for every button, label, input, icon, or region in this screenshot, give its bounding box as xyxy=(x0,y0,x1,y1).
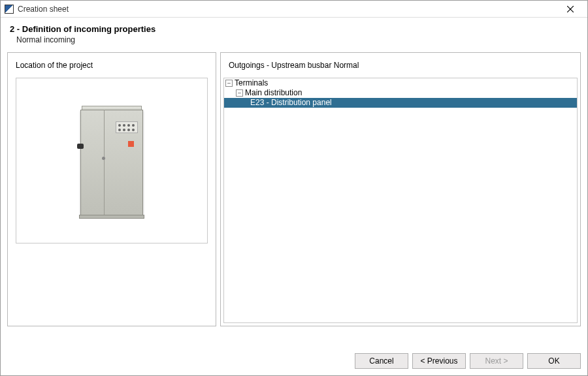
cabinet-illustration xyxy=(80,106,143,215)
close-button[interactable] xyxy=(557,1,583,17)
project-image-box xyxy=(16,78,208,243)
tree-item[interactable]: E23 - Distribution panel xyxy=(224,98,577,108)
next-button: Next > xyxy=(470,353,523,369)
step-title: 2 - Definition of incoming properties xyxy=(10,24,578,34)
close-icon xyxy=(567,6,574,12)
titlebar: Creation sheet xyxy=(1,1,587,18)
outgoings-tree[interactable]: −Terminals−Main distributionE23 - Distri… xyxy=(223,78,578,323)
location-panel: Location of the project xyxy=(7,52,216,326)
previous-button[interactable]: < Previous xyxy=(412,353,466,369)
app-icon xyxy=(5,5,14,14)
cancel-button[interactable]: Cancel xyxy=(355,353,408,369)
content-area: Location of the project Outgoings - Upst… xyxy=(1,52,587,347)
collapse-icon[interactable]: − xyxy=(225,80,233,87)
button-bar: Cancel < Previous Next > OK xyxy=(1,347,587,375)
step-subtitle: Normal incoming xyxy=(10,35,578,44)
tree-item-label: Terminals xyxy=(235,78,268,88)
tree-item-label: Main distribution xyxy=(245,88,302,98)
location-panel-title: Location of the project xyxy=(16,61,208,70)
dialog-window: Creation sheet 2 - Definition of incomin… xyxy=(0,0,588,376)
outgoings-panel-title: Outgoings - Upstream busbar Normal xyxy=(221,61,580,70)
window-title: Creation sheet xyxy=(18,5,557,14)
collapse-icon[interactable]: − xyxy=(236,89,243,97)
outgoings-panel: Outgoings - Upstream busbar Normal −Term… xyxy=(220,52,581,326)
ok-button[interactable]: OK xyxy=(527,353,581,369)
wizard-header: 2 - Definition of incoming properties No… xyxy=(1,18,587,52)
tree-item[interactable]: −Main distribution xyxy=(224,88,577,98)
tree-item-label: E23 - Distribution panel xyxy=(250,98,332,108)
tree-item[interactable]: −Terminals xyxy=(224,78,577,88)
